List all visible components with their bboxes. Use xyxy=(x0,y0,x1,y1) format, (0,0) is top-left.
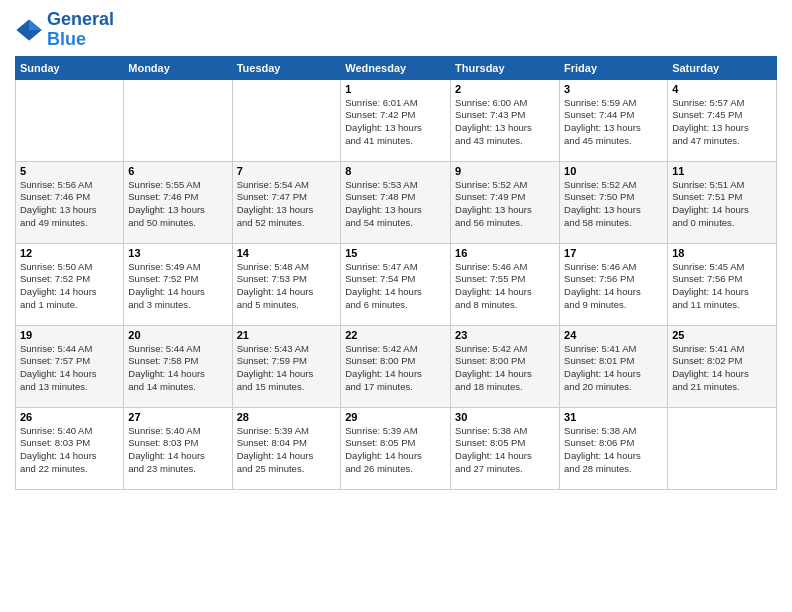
day-info: Sunrise: 5:43 AM Sunset: 7:59 PM Dayligh… xyxy=(237,343,337,394)
calendar-cell: 26Sunrise: 5:40 AM Sunset: 8:03 PM Dayli… xyxy=(16,407,124,489)
calendar-cell: 10Sunrise: 5:52 AM Sunset: 7:50 PM Dayli… xyxy=(560,161,668,243)
calendar-week-1: 5Sunrise: 5:56 AM Sunset: 7:46 PM Daylig… xyxy=(16,161,777,243)
day-number: 1 xyxy=(345,83,446,95)
day-number: 4 xyxy=(672,83,772,95)
calendar-cell: 8Sunrise: 5:53 AM Sunset: 7:48 PM Daylig… xyxy=(341,161,451,243)
day-number: 21 xyxy=(237,329,337,341)
calendar-cell xyxy=(124,79,232,161)
day-info: Sunrise: 5:46 AM Sunset: 7:56 PM Dayligh… xyxy=(564,261,663,312)
day-number: 29 xyxy=(345,411,446,423)
day-info: Sunrise: 5:56 AM Sunset: 7:46 PM Dayligh… xyxy=(20,179,119,230)
calendar-cell xyxy=(16,79,124,161)
day-number: 23 xyxy=(455,329,555,341)
day-number: 13 xyxy=(128,247,227,259)
calendar-cell: 4Sunrise: 5:57 AM Sunset: 7:45 PM Daylig… xyxy=(668,79,777,161)
day-info: Sunrise: 5:38 AM Sunset: 8:05 PM Dayligh… xyxy=(455,425,555,476)
day-info: Sunrise: 5:44 AM Sunset: 7:58 PM Dayligh… xyxy=(128,343,227,394)
calendar-cell: 5Sunrise: 5:56 AM Sunset: 7:46 PM Daylig… xyxy=(16,161,124,243)
day-info: Sunrise: 5:49 AM Sunset: 7:52 PM Dayligh… xyxy=(128,261,227,312)
day-number: 10 xyxy=(564,165,663,177)
day-info: Sunrise: 5:54 AM Sunset: 7:47 PM Dayligh… xyxy=(237,179,337,230)
calendar-week-4: 26Sunrise: 5:40 AM Sunset: 8:03 PM Dayli… xyxy=(16,407,777,489)
calendar-header-friday: Friday xyxy=(560,56,668,79)
header: General Blue xyxy=(15,10,777,50)
calendar-header-thursday: Thursday xyxy=(451,56,560,79)
calendar-cell: 19Sunrise: 5:44 AM Sunset: 7:57 PM Dayli… xyxy=(16,325,124,407)
day-number: 24 xyxy=(564,329,663,341)
day-number: 16 xyxy=(455,247,555,259)
day-info: Sunrise: 5:53 AM Sunset: 7:48 PM Dayligh… xyxy=(345,179,446,230)
day-number: 9 xyxy=(455,165,555,177)
calendar-cell: 11Sunrise: 5:51 AM Sunset: 7:51 PM Dayli… xyxy=(668,161,777,243)
day-number: 19 xyxy=(20,329,119,341)
calendar-header-saturday: Saturday xyxy=(668,56,777,79)
calendar-cell: 31Sunrise: 5:38 AM Sunset: 8:06 PM Dayli… xyxy=(560,407,668,489)
day-number: 31 xyxy=(564,411,663,423)
day-info: Sunrise: 5:38 AM Sunset: 8:06 PM Dayligh… xyxy=(564,425,663,476)
day-number: 22 xyxy=(345,329,446,341)
day-info: Sunrise: 5:39 AM Sunset: 8:05 PM Dayligh… xyxy=(345,425,446,476)
calendar: SundayMondayTuesdayWednesdayThursdayFrid… xyxy=(15,56,777,490)
logo: General Blue xyxy=(15,10,114,50)
calendar-cell: 18Sunrise: 5:45 AM Sunset: 7:56 PM Dayli… xyxy=(668,243,777,325)
day-number: 17 xyxy=(564,247,663,259)
day-info: Sunrise: 5:59 AM Sunset: 7:44 PM Dayligh… xyxy=(564,97,663,148)
day-number: 2 xyxy=(455,83,555,95)
day-info: Sunrise: 5:50 AM Sunset: 7:52 PM Dayligh… xyxy=(20,261,119,312)
calendar-cell: 29Sunrise: 5:39 AM Sunset: 8:05 PM Dayli… xyxy=(341,407,451,489)
logo-text: General Blue xyxy=(47,10,114,50)
day-info: Sunrise: 6:00 AM Sunset: 7:43 PM Dayligh… xyxy=(455,97,555,148)
day-info: Sunrise: 5:40 AM Sunset: 8:03 PM Dayligh… xyxy=(128,425,227,476)
day-info: Sunrise: 5:47 AM Sunset: 7:54 PM Dayligh… xyxy=(345,261,446,312)
day-number: 20 xyxy=(128,329,227,341)
day-info: Sunrise: 5:52 AM Sunset: 7:49 PM Dayligh… xyxy=(455,179,555,230)
logo-icon xyxy=(15,16,43,44)
calendar-cell xyxy=(668,407,777,489)
day-info: Sunrise: 5:41 AM Sunset: 8:02 PM Dayligh… xyxy=(672,343,772,394)
calendar-cell: 20Sunrise: 5:44 AM Sunset: 7:58 PM Dayli… xyxy=(124,325,232,407)
day-number: 3 xyxy=(564,83,663,95)
day-number: 11 xyxy=(672,165,772,177)
svg-marker-2 xyxy=(29,30,42,41)
day-info: Sunrise: 5:39 AM Sunset: 8:04 PM Dayligh… xyxy=(237,425,337,476)
day-number: 28 xyxy=(237,411,337,423)
day-info: Sunrise: 5:46 AM Sunset: 7:55 PM Dayligh… xyxy=(455,261,555,312)
day-info: Sunrise: 5:42 AM Sunset: 8:00 PM Dayligh… xyxy=(345,343,446,394)
day-number: 12 xyxy=(20,247,119,259)
calendar-header-wednesday: Wednesday xyxy=(341,56,451,79)
calendar-header-sunday: Sunday xyxy=(16,56,124,79)
calendar-week-0: 1Sunrise: 6:01 AM Sunset: 7:42 PM Daylig… xyxy=(16,79,777,161)
day-number: 25 xyxy=(672,329,772,341)
calendar-header-row: SundayMondayTuesdayWednesdayThursdayFrid… xyxy=(16,56,777,79)
day-number: 6 xyxy=(128,165,227,177)
day-info: Sunrise: 5:42 AM Sunset: 8:00 PM Dayligh… xyxy=(455,343,555,394)
calendar-cell: 13Sunrise: 5:49 AM Sunset: 7:52 PM Dayli… xyxy=(124,243,232,325)
day-info: Sunrise: 5:41 AM Sunset: 8:01 PM Dayligh… xyxy=(564,343,663,394)
calendar-cell: 24Sunrise: 5:41 AM Sunset: 8:01 PM Dayli… xyxy=(560,325,668,407)
calendar-cell: 6Sunrise: 5:55 AM Sunset: 7:46 PM Daylig… xyxy=(124,161,232,243)
calendar-cell: 21Sunrise: 5:43 AM Sunset: 7:59 PM Dayli… xyxy=(232,325,341,407)
calendar-cell: 1Sunrise: 6:01 AM Sunset: 7:42 PM Daylig… xyxy=(341,79,451,161)
day-info: Sunrise: 5:48 AM Sunset: 7:53 PM Dayligh… xyxy=(237,261,337,312)
calendar-cell xyxy=(232,79,341,161)
calendar-cell: 23Sunrise: 5:42 AM Sunset: 8:00 PM Dayli… xyxy=(451,325,560,407)
svg-marker-1 xyxy=(29,19,42,30)
calendar-cell: 12Sunrise: 5:50 AM Sunset: 7:52 PM Dayli… xyxy=(16,243,124,325)
day-info: Sunrise: 5:44 AM Sunset: 7:57 PM Dayligh… xyxy=(20,343,119,394)
day-number: 7 xyxy=(237,165,337,177)
day-info: Sunrise: 5:55 AM Sunset: 7:46 PM Dayligh… xyxy=(128,179,227,230)
day-number: 15 xyxy=(345,247,446,259)
page-container: General Blue SundayMondayTuesdayWednesda… xyxy=(0,0,792,500)
calendar-cell: 16Sunrise: 5:46 AM Sunset: 7:55 PM Dayli… xyxy=(451,243,560,325)
day-number: 27 xyxy=(128,411,227,423)
day-info: Sunrise: 5:57 AM Sunset: 7:45 PM Dayligh… xyxy=(672,97,772,148)
day-info: Sunrise: 5:51 AM Sunset: 7:51 PM Dayligh… xyxy=(672,179,772,230)
calendar-cell: 25Sunrise: 5:41 AM Sunset: 8:02 PM Dayli… xyxy=(668,325,777,407)
day-info: Sunrise: 5:45 AM Sunset: 7:56 PM Dayligh… xyxy=(672,261,772,312)
day-number: 26 xyxy=(20,411,119,423)
calendar-cell: 27Sunrise: 5:40 AM Sunset: 8:03 PM Dayli… xyxy=(124,407,232,489)
calendar-cell: 7Sunrise: 5:54 AM Sunset: 7:47 PM Daylig… xyxy=(232,161,341,243)
day-info: Sunrise: 5:40 AM Sunset: 8:03 PM Dayligh… xyxy=(20,425,119,476)
calendar-cell: 15Sunrise: 5:47 AM Sunset: 7:54 PM Dayli… xyxy=(341,243,451,325)
calendar-cell: 14Sunrise: 5:48 AM Sunset: 7:53 PM Dayli… xyxy=(232,243,341,325)
